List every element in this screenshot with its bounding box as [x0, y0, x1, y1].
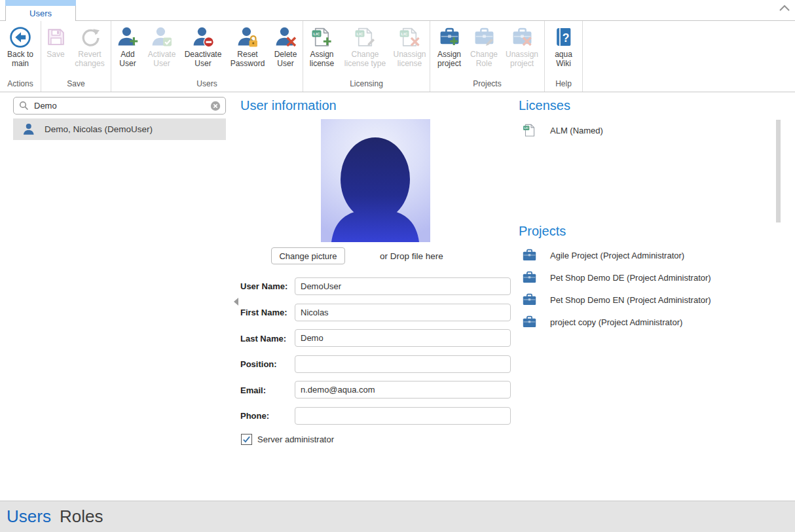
footer-tab-roles[interactable]: Roles — [60, 506, 103, 527]
tab-users-label: Users — [6, 9, 75, 18]
button-label: Change license type — [341, 50, 390, 68]
button-label: Delete User — [270, 50, 301, 68]
footer-module-bar: Users Roles — [0, 501, 795, 532]
field-label-lastname: Last Name: — [240, 334, 294, 344]
button-label: Add User — [113, 50, 143, 68]
project-item[interactable]: Pet Shop Demo DE (Project Administrator) — [522, 270, 711, 285]
button-label: Unassign license — [390, 50, 430, 68]
clear-search-icon[interactable] — [210, 101, 221, 111]
project-item-label: Agile Project (Project Administrator) — [550, 251, 684, 260]
briefcase-x-icon — [511, 26, 533, 48]
firstname-field[interactable] — [295, 304, 511, 321]
activate-user-button[interactable]: Activate User — [143, 26, 181, 68]
delete-user-button[interactable]: Delete User — [270, 26, 301, 68]
email-field[interactable] — [295, 381, 511, 399]
drop-file-hint: or Drop file here — [380, 251, 443, 261]
button-label: Revert changes — [69, 50, 110, 68]
save-button[interactable]: Save — [42, 26, 69, 60]
unassign-project-button[interactable]: Unassign project — [501, 26, 543, 68]
help-book-icon: ? — [553, 26, 574, 48]
license-doc-pencil-icon — [354, 26, 376, 48]
collapse-panel-arrow[interactable] — [234, 298, 238, 306]
ribbon-group-label: Licensing — [303, 78, 430, 92]
server-administrator-checkbox-row[interactable]: Server administrator — [241, 434, 334, 445]
ribbon-group-actions: Back to main Actions — [0, 21, 41, 92]
add-user-button[interactable]: Add User — [113, 26, 143, 68]
revert-changes-button[interactable]: Revert changes — [69, 26, 110, 68]
assign-license-button[interactable]: Assign license — [304, 26, 341, 68]
tab-users[interactable]: Users — [5, 0, 76, 21]
ribbon-group-projects: Assign project Change Role Unassign proj… — [430, 21, 545, 92]
username-field[interactable] — [295, 277, 511, 295]
field-label-position: Position: — [240, 359, 294, 369]
user-list-item-selected[interactable]: Demo, Nicolas (DemoUser) — [13, 118, 226, 140]
ribbon-collapse-chevron-icon[interactable] — [778, 3, 791, 15]
project-item-label: Pet Shop Demo DE (Project Administrator) — [550, 273, 711, 283]
ribbon-group-label: Help — [545, 78, 582, 92]
project-item[interactable]: Agile Project (Project Administrator) — [522, 248, 684, 263]
change-license-type-button[interactable]: Change license type — [341, 26, 390, 68]
position-field[interactable] — [295, 355, 511, 373]
user-search-box — [13, 97, 226, 115]
license-item-label: ALM (Named) — [550, 126, 603, 135]
change-role-button[interactable]: Change Role — [467, 26, 501, 68]
field-label-firstname: First Name: — [240, 308, 294, 317]
ribbon-group-help: ? aqua Wiki Help — [545, 21, 583, 92]
button-label: Reset Password — [225, 50, 270, 68]
field-label-username: User Name: — [240, 281, 294, 291]
project-item-label: Pet Shop Demo EN (Project Administrator) — [550, 295, 711, 305]
ribbon-group-label: Save — [41, 78, 111, 92]
footer-tab-users[interactable]: Users — [7, 506, 51, 527]
search-icon — [19, 101, 29, 111]
user-list-item-label: Demo, Nicolas (DemoUser) — [45, 124, 153, 134]
license-doc-plus-icon — [311, 26, 333, 48]
floppy-disk-icon — [45, 26, 67, 48]
licenses-title: Licenses — [519, 98, 570, 113]
projects-title: Projects — [519, 224, 566, 239]
button-label: Assign project — [432, 50, 467, 68]
undo-arrow-icon — [79, 26, 101, 48]
user-block-icon — [193, 26, 214, 48]
change-picture-button[interactable]: Change picture — [271, 247, 345, 264]
button-label: Unassign project — [501, 50, 543, 68]
vertical-scrollbar-thumb[interactable] — [776, 120, 781, 222]
field-label-email: Email: — [240, 385, 294, 395]
button-label: Assign license — [304, 50, 341, 68]
license-item[interactable]: ALM (Named) — [523, 123, 603, 137]
aqua-wiki-button[interactable]: ? aqua Wiki — [549, 26, 578, 68]
button-label: Back to main — [1, 50, 39, 68]
back-to-main-button[interactable]: Back to main — [1, 26, 39, 68]
app-window: LIC Users B — [0, 0, 795, 532]
button-label: Change Role — [467, 50, 501, 68]
ribbon-group-licensing: Assign license Change license type Unass… — [303, 21, 430, 92]
project-item[interactable]: Pet Shop Demo EN (Project Administrator) — [522, 293, 711, 308]
deactivate-user-button[interactable]: Deactivate User — [181, 26, 225, 68]
tab-accent-bar — [5, 0, 76, 6]
assign-project-button[interactable]: Assign project — [432, 26, 467, 68]
ribbon-group-label: Actions — [0, 78, 41, 92]
button-label: Activate User — [143, 50, 181, 68]
field-label-phone: Phone: — [240, 411, 294, 421]
briefcase-pencil-icon — [473, 26, 495, 48]
ribbon-group-label: Projects — [430, 78, 544, 92]
user-avatar — [321, 119, 430, 242]
button-label: Save — [46, 50, 64, 60]
license-doc-x-icon — [399, 26, 420, 48]
search-input[interactable] — [33, 100, 210, 111]
svg-text:?: ? — [563, 31, 570, 44]
reset-password-button[interactable]: Reset Password — [225, 26, 270, 68]
user-check-icon — [151, 26, 173, 48]
checkbox-checked-icon[interactable] — [241, 434, 252, 445]
user-person-icon — [23, 123, 36, 136]
button-label: Deactivate User — [181, 50, 225, 68]
phone-field[interactable] — [295, 407, 511, 425]
lastname-field[interactable] — [295, 329, 511, 347]
ribbon-group-users: Add User Activate User — [111, 21, 303, 92]
unassign-license-button[interactable]: Unassign license — [390, 26, 430, 68]
server-administrator-label: Server administrator — [257, 434, 334, 444]
user-lock-icon — [237, 26, 259, 48]
back-arrow-circle-icon — [9, 26, 32, 48]
briefcase-plus-icon — [439, 26, 460, 48]
project-item[interactable]: project copy (Project Administrator) — [522, 315, 682, 330]
ribbon: Back to main Actions Save — [0, 20, 795, 92]
